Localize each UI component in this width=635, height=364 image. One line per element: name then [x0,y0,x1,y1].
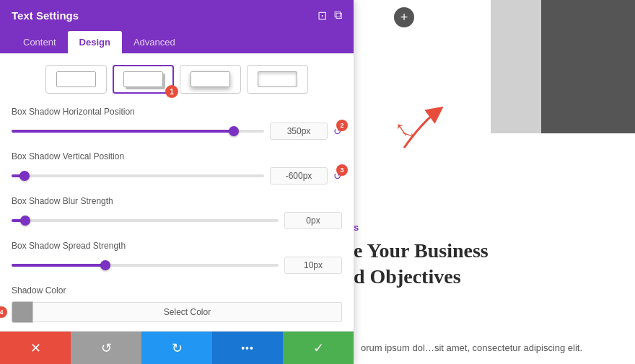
shadow-option-1[interactable] [45,65,107,94]
horizontal-badge-wrap: ↺ 2 [333,125,342,137]
badge-1: 1 [165,85,178,98]
vertical-position-label: Box Shadow Vertical Position [12,151,342,161]
horizontal-position-label: Box Shadow Horizontal Position [12,107,342,117]
cancel-icon: ✕ [30,340,41,356]
spread-slider-container [12,264,279,267]
horizontal-slider-thumb[interactable] [229,126,239,136]
horizontal-slider-fill [12,130,234,133]
panel-tabs: Content Design Advanced [0,31,354,53]
badge-4: 4 [0,306,7,318]
shadow-options: 1 [12,65,342,94]
panel-header: Text Settings ⊡ ⧉ [0,0,354,31]
confirm-icon: ✓ [313,340,324,356]
shadow-preview-1 [56,71,96,87]
undo-button[interactable]: ↺ [71,332,141,364]
vertical-position-row: Box Shadow Vertical Position ↺ 3 [12,151,342,185]
vertical-slider-thumb[interactable] [19,171,30,181]
shadow-option-3[interactable] [180,65,241,94]
page-subtext: orum ipsum dol…sit amet, consectetur adi… [361,342,582,353]
spread-value-input[interactable] [284,257,342,274]
shadow-preview-4 [258,71,297,87]
badge-2: 2 [336,120,348,131]
color-swatch[interactable] [12,301,33,323]
tab-advanced[interactable]: Advanced [122,31,187,53]
tab-content[interactable]: Content [12,31,68,53]
tab-design[interactable]: Design [68,31,122,53]
heading-line1: e Your Business [354,238,489,264]
undo-icon: ↺ [101,340,112,356]
spread-slider-thumb[interactable] [100,260,110,270]
select-color-button[interactable]: Select Color [33,302,342,322]
blur-strength-row: Box Shadow Blur Strength [12,196,342,229]
blur-strength-controls [12,212,342,229]
shadow-options-section: 1 [12,65,342,94]
shadow-preview-2 [123,71,163,87]
more-button[interactable]: ••• [212,332,283,364]
header-icons: ⊡ ⧉ [318,9,342,22]
spread-strength-controls [12,257,342,274]
add-button[interactable]: + [394,7,414,27]
blur-slider-thumb[interactable] [20,216,30,226]
shadow-preview-3 [190,71,230,87]
vertical-value-input[interactable] [270,167,328,185]
page-darkgray-block [541,0,635,133]
panel-footer: ✕ ↺ ↻ ••• ✓ [0,331,354,364]
panel-title: Text Settings [12,9,79,22]
horizontal-value-input[interactable] [270,123,328,140]
blur-value-input[interactable] [284,212,342,229]
panel-body: 1 Box Shadow Horizontal Position [0,53,354,331]
blur-strength-label: Box Shadow Blur Strength [12,196,342,206]
refresh-icon: ↻ [172,340,183,356]
more-icon: ••• [241,342,254,354]
shadow-color-label: Shadow Color [12,285,342,296]
responsive-icon[interactable]: ⊡ [318,9,327,22]
horizontal-slider-track [12,130,264,133]
horizontal-slider-container [12,130,264,133]
shadow-option-4[interactable] [247,65,308,94]
bg-text-s: s [354,222,359,233]
vertical-slider-track [12,174,264,177]
plus-icon-area: + [394,7,414,27]
layout-icon[interactable]: ⧉ [334,9,342,22]
vertical-badge-wrap: ↺ 3 [333,170,342,182]
spread-strength-label: Box Shadow Spread Strength [12,241,342,251]
spread-strength-row: Box Shadow Spread Strength [12,241,342,274]
shadow-color-controls: 4 Select Color [12,301,342,323]
page-heading: e Your Business d Objectives [354,238,489,290]
text-settings-panel: Text Settings ⊡ ⧉ Content Design Advance… [0,0,354,364]
badge-3: 3 [336,164,348,176]
vertical-slider-container [12,174,264,177]
horizontal-position-row: Box Shadow Horizontal Position ↺ 2 [12,107,342,140]
cancel-button[interactable]: ✕ [0,332,71,364]
horizontal-position-controls: ↺ 2 [12,123,342,140]
shadow-color-row: Shadow Color 4 Select Color [12,285,342,323]
shadow-option-2[interactable]: 1 [113,65,174,94]
heading-line2: d Objectives [354,264,489,290]
spread-slider-fill [12,264,105,267]
blur-slider-container [12,219,279,222]
vertical-position-controls: ↺ 3 [12,167,342,185]
spread-slider-track [12,264,279,267]
confirm-button[interactable]: ✓ [283,332,354,364]
refresh-button[interactable]: ↻ [141,332,212,364]
blur-slider-track [12,219,279,222]
